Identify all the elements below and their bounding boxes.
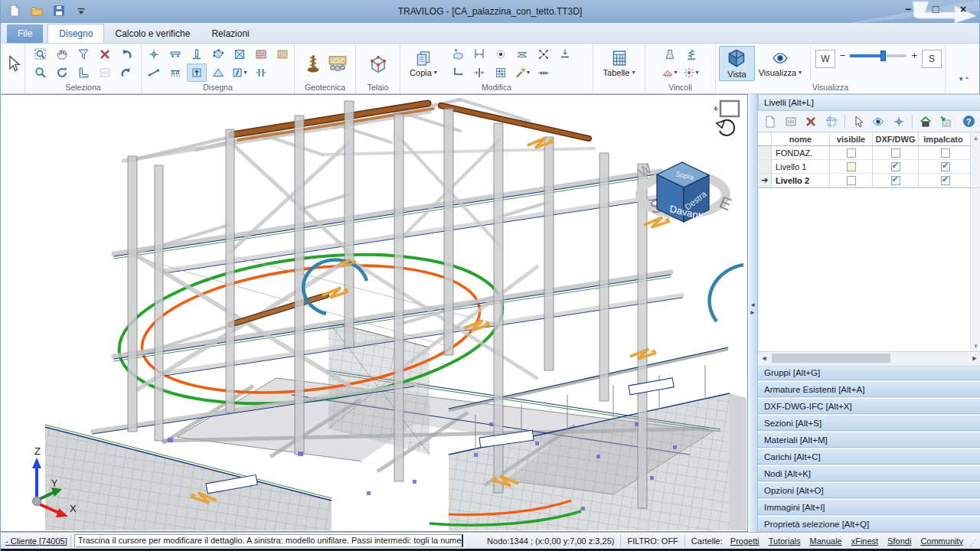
tab-relazioni[interactable]: Relazioni bbox=[201, 24, 260, 43]
panel-splitter[interactable]: ◄► bbox=[748, 94, 758, 532]
draw-column-button[interactable] bbox=[187, 45, 207, 64]
tab-file[interactable]: File bbox=[7, 24, 43, 43]
rotate-view-button[interactable] bbox=[715, 116, 738, 141]
soil-spring-button[interactable] bbox=[681, 45, 701, 64]
accordion-armature[interactable]: Armature Esistenti [Alt+A] bbox=[758, 381, 980, 397]
redo-button[interactable] bbox=[116, 64, 136, 82]
col-impalcato[interactable]: impalcato bbox=[919, 132, 968, 145]
accordion-propriet-[interactable]: Proprietà selezione [Alt+Q] bbox=[758, 516, 980, 532]
structural-model-canvas[interactable]: Z Y X bbox=[1, 95, 746, 531]
link-sfondi[interactable]: Sfondi bbox=[887, 536, 911, 546]
level-import-dwg-button[interactable] bbox=[937, 112, 956, 131]
checkbox-vis[interactable] bbox=[847, 148, 856, 158]
mesh-grid-button[interactable] bbox=[491, 64, 511, 82]
zoom-button[interactable] bbox=[31, 64, 51, 82]
draw-node-button[interactable] bbox=[144, 45, 164, 64]
accordion-materiali[interactable]: Materiali [Alt+M] bbox=[758, 432, 980, 448]
corner-button[interactable] bbox=[448, 64, 468, 82]
level-visibility-button[interactable] bbox=[870, 112, 888, 131]
link-manuale[interactable]: Manuale bbox=[810, 536, 842, 546]
draw-lift-button[interactable] bbox=[187, 64, 207, 82]
align-button[interactable] bbox=[469, 64, 489, 82]
col-dxf-dwg[interactable]: DXF/DWG bbox=[873, 132, 919, 145]
vscroll-up-arrow[interactable]: ▲ bbox=[971, 132, 980, 143]
copy-button[interactable]: Copia▾ bbox=[403, 48, 443, 79]
checkbox-imp[interactable] bbox=[941, 148, 950, 158]
vscroll-down-arrow[interactable]: ▼ bbox=[971, 341, 980, 351]
vista-button[interactable]: Vista bbox=[719, 46, 755, 81]
level-properties-button[interactable] bbox=[782, 112, 800, 131]
splitter-collapse-arrows[interactable]: ◄► bbox=[750, 302, 756, 316]
close-button[interactable]: × bbox=[955, 2, 972, 17]
ribbon-collapse-button[interactable]: ⌃ bbox=[964, 76, 970, 84]
accordion-nodi[interactable]: Nodi [Alt+K] bbox=[758, 465, 980, 481]
col-visibile[interactable]: visibile bbox=[830, 132, 873, 145]
checkbox-imp[interactable] bbox=[941, 176, 950, 185]
detail-slider-thumb[interactable] bbox=[880, 51, 886, 61]
frame-3d-button[interactable] bbox=[368, 54, 388, 73]
checkbox-imp[interactable] bbox=[941, 162, 950, 171]
pan-hand-button[interactable] bbox=[52, 45, 72, 64]
levels-panel-header[interactable]: Livelli [Alt+L] bbox=[758, 94, 980, 111]
draw-supports-button[interactable] bbox=[165, 64, 185, 82]
soil-button[interactable] bbox=[328, 54, 348, 73]
delete-button[interactable] bbox=[95, 45, 115, 64]
tab-calcolo-e-verifiche[interactable]: Calcolo e verifiche bbox=[104, 24, 201, 43]
select-cursor-button[interactable] bbox=[4, 54, 21, 73]
divide-button[interactable] bbox=[534, 64, 554, 82]
detail-slider-track[interactable] bbox=[850, 54, 906, 57]
client-link[interactable]: - Cliente [74005] bbox=[5, 536, 67, 546]
level-hash-grid-button[interactable] bbox=[890, 112, 908, 131]
level-row-livello-1[interactable]: Livello 1 bbox=[758, 160, 970, 174]
filter-status[interactable]: FILTRO: OFF bbox=[627, 536, 678, 546]
accordion-gruppi[interactable]: Gruppi [Alt+G] bbox=[758, 364, 980, 380]
level-help-button[interactable]: ? bbox=[959, 112, 978, 131]
accordion-immagini[interactable]: Immagini [Alt+I] bbox=[758, 499, 980, 515]
hscroll-left-arrow[interactable]: ◄ bbox=[758, 352, 770, 364]
solid-mode-button[interactable]: S bbox=[922, 50, 942, 68]
level-grid-button[interactable] bbox=[822, 112, 841, 131]
explode-button[interactable] bbox=[534, 45, 554, 64]
draw-line-button[interactable] bbox=[144, 64, 164, 82]
checkbox-dxf[interactable] bbox=[891, 148, 900, 158]
tab-disegno[interactable]: Disegno bbox=[47, 24, 104, 43]
hscroll-thumb[interactable] bbox=[772, 354, 890, 363]
view-cube[interactable]: S E W Davanti Destra Sopra bbox=[635, 147, 733, 228]
filter-button[interactable] bbox=[74, 45, 93, 64]
level-delete-button[interactable] bbox=[802, 112, 820, 131]
visualizza-button[interactable]: Visualizza▾ bbox=[755, 48, 805, 79]
accordion-sezioni[interactable]: Sezioni [Alt+S] bbox=[758, 415, 980, 431]
detail-plus-button[interactable]: + bbox=[911, 50, 917, 61]
level-home-button[interactable] bbox=[916, 112, 935, 131]
level-select-button[interactable] bbox=[849, 112, 867, 131]
draw-slab-button[interactable] bbox=[208, 45, 228, 64]
draw-timber-wall-button[interactable] bbox=[273, 45, 292, 64]
levels-vscroll[interactable]: ▲ bbox=[970, 132, 980, 187]
draw-shell-button[interactable] bbox=[208, 64, 228, 82]
minimize-button[interactable]: − bbox=[900, 2, 916, 17]
measure-ruler-button[interactable] bbox=[74, 64, 93, 82]
draw-masonry-wall-button[interactable] bbox=[251, 45, 271, 64]
pile-button[interactable] bbox=[303, 54, 323, 73]
level-row-livello-2[interactable]: ➔Livello 2 bbox=[758, 174, 970, 187]
more-commands-caret[interactable]: ▾ bbox=[959, 75, 963, 83]
wireframe-mode-button[interactable]: W bbox=[815, 50, 835, 68]
link-progetti[interactable]: Progetti bbox=[730, 536, 760, 546]
accordion-carichi[interactable]: Carichi [Alt+C] bbox=[758, 448, 980, 465]
levels-hscroll[interactable]: ◄ ► bbox=[758, 351, 980, 364]
accordion-dxf-dwg-ifc[interactable]: DXF-DWG-IFC [Alt+X] bbox=[758, 398, 980, 414]
mirror-button[interactable] bbox=[512, 45, 532, 64]
level-row-fondaz-[interactable]: FONDAZ. bbox=[758, 146, 970, 160]
undo-button[interactable] bbox=[116, 45, 136, 64]
hscroll-right-arrow[interactable]: ► bbox=[969, 352, 980, 364]
checkbox-vis[interactable] bbox=[847, 162, 856, 171]
accordion-opzioni[interactable]: Opzioni [Alt+O] bbox=[758, 482, 980, 498]
tables-button[interactable]: Tabelle▾ bbox=[599, 48, 639, 79]
detail-minus-button[interactable]: − bbox=[840, 50, 846, 61]
checkbox-dxf[interactable] bbox=[891, 176, 900, 185]
draw-beam-button[interactable] bbox=[165, 45, 185, 64]
node-constraint-button[interactable]: ▾ bbox=[681, 64, 701, 82]
link-community[interactable]: Community bbox=[920, 536, 963, 546]
link-xfinest[interactable]: xFinest bbox=[851, 536, 878, 546]
point-button[interactable] bbox=[491, 45, 511, 64]
